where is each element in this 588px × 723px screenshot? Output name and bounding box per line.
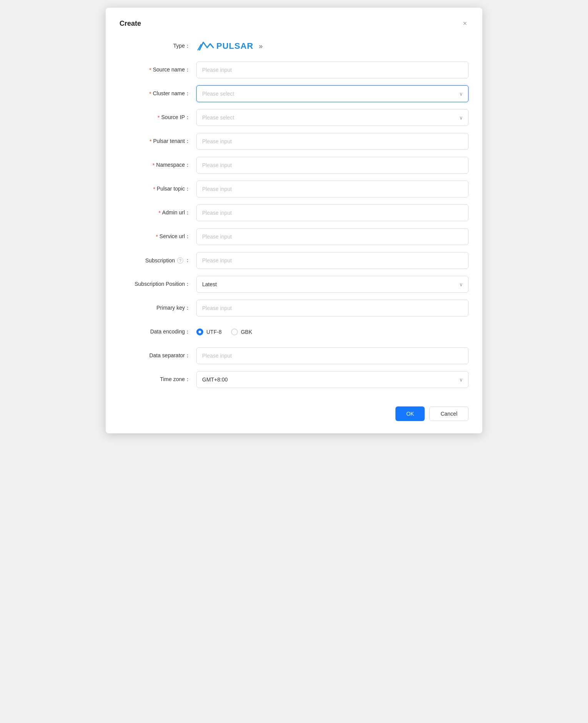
- subscription-label: Subscription ? ：: [120, 257, 196, 264]
- admin-url-label: * Admin url：: [120, 209, 196, 216]
- type-value: PULSAR »: [196, 39, 468, 53]
- data-encoding-label: Data encoding：: [120, 328, 196, 335]
- utf8-label: UTF-8: [206, 329, 222, 335]
- data-separator-control: [196, 347, 468, 364]
- primary-key-control: [196, 300, 468, 317]
- data-encoding-control: UTF-8 GBK: [196, 328, 468, 335]
- pulsar-brand-text: PULSAR: [216, 41, 253, 51]
- pulsar-topic-row: * Pulsar topic：: [120, 181, 468, 197]
- time-zone-select[interactable]: GMT+8:00 GMT+0:00 GMT-5:00: [196, 371, 468, 388]
- gbk-radio-label[interactable]: GBK: [231, 328, 252, 335]
- pulsar-tenant-label: * Pulsar tenant：: [120, 138, 196, 145]
- admin-url-input[interactable]: [196, 204, 468, 221]
- cluster-name-row: * Cluster name： Please select ∨: [120, 85, 468, 102]
- pulsar-tenant-row: * Pulsar tenant：: [120, 133, 468, 150]
- subscription-position-label: Subscription Position：: [120, 281, 196, 288]
- dialog-header: Create ×: [120, 18, 468, 28]
- primary-key-row: Primary key：: [120, 300, 468, 317]
- utf8-radio-label[interactable]: UTF-8: [196, 328, 222, 335]
- pulsar-tenant-control: [196, 133, 468, 150]
- gbk-label: GBK: [241, 329, 252, 335]
- pulsar-topic-input[interactable]: [196, 181, 468, 197]
- source-name-label: * Source name：: [120, 66, 196, 73]
- pulsar-topic-label: * Pulsar topic：: [120, 186, 196, 192]
- type-row: Type： PULSAR »: [120, 38, 468, 55]
- required-star: *: [149, 67, 151, 73]
- type-label: Type：: [120, 43, 196, 50]
- required-star-tenant: *: [149, 138, 151, 144]
- service-url-label: * Service url：: [120, 233, 196, 240]
- subscription-position-control: Latest Earliest ∨: [196, 276, 468, 293]
- admin-url-row: * Admin url：: [120, 204, 468, 221]
- pulsar-logo: PULSAR: [196, 39, 253, 53]
- time-zone-select-wrapper: GMT+8:00 GMT+0:00 GMT-5:00 ∨: [196, 371, 468, 388]
- cluster-name-select[interactable]: Please select: [196, 85, 468, 102]
- pulsar-topic-control: [196, 181, 468, 197]
- subscription-input[interactable]: [196, 252, 468, 269]
- required-star-ip: *: [158, 114, 159, 121]
- chevron-right-icon: »: [259, 42, 262, 50]
- required-star-admin: *: [158, 210, 160, 216]
- utf8-radio[interactable]: [196, 328, 203, 335]
- gbk-radio[interactable]: [231, 328, 238, 335]
- dialog-title: Create: [120, 20, 141, 28]
- required-star-service: *: [156, 234, 158, 240]
- ok-button[interactable]: OK: [395, 406, 425, 421]
- subscription-control: [196, 252, 468, 269]
- namespace-input[interactable]: [196, 157, 468, 174]
- namespace-label: * Namespace：: [120, 162, 196, 169]
- data-separator-label: Data separator：: [120, 352, 196, 359]
- subscription-position-row: Subscription Position： Latest Earliest ∨: [120, 276, 468, 293]
- cluster-name-select-wrapper: Please select ∨: [196, 85, 468, 102]
- data-separator-row: Data separator：: [120, 347, 468, 364]
- pulsar-logo-icon: [196, 39, 215, 53]
- data-encoding-radio-group: UTF-8 GBK: [196, 328, 468, 335]
- required-star-topic: *: [153, 186, 155, 192]
- primary-key-input[interactable]: [196, 300, 468, 317]
- service-url-input[interactable]: [196, 228, 468, 245]
- time-zone-control: GMT+8:00 GMT+0:00 GMT-5:00 ∨: [196, 371, 468, 388]
- cluster-name-control: Please select ∨: [196, 85, 468, 102]
- cluster-name-label: * Cluster name：: [120, 90, 196, 97]
- time-zone-row: Time zone： GMT+8:00 GMT+0:00 GMT-5:00 ∨: [120, 371, 468, 388]
- dialog-footer: OK Cancel: [120, 400, 468, 421]
- source-name-control: [196, 61, 468, 78]
- time-zone-label: Time zone：: [120, 376, 196, 383]
- service-url-control: [196, 228, 468, 245]
- namespace-control: [196, 157, 468, 174]
- type-content: PULSAR »: [196, 39, 468, 53]
- source-name-row: * Source name：: [120, 61, 468, 78]
- subscription-help-icon[interactable]: ?: [177, 257, 183, 264]
- subscription-position-select[interactable]: Latest Earliest: [196, 276, 468, 293]
- source-ip-control: Please select ∨: [196, 109, 468, 126]
- source-ip-label: * Source IP：: [120, 114, 196, 121]
- data-separator-input[interactable]: [196, 347, 468, 364]
- namespace-row: * Namespace：: [120, 157, 468, 174]
- primary-key-label: Primary key：: [120, 305, 196, 312]
- source-ip-select[interactable]: Please select: [196, 109, 468, 126]
- data-encoding-row: Data encoding： UTF-8 GBK: [120, 323, 468, 340]
- service-url-row: * Service url：: [120, 228, 468, 245]
- required-star-cluster: *: [149, 91, 151, 97]
- source-ip-select-wrapper: Please select ∨: [196, 109, 468, 126]
- required-star-namespace: *: [153, 162, 154, 168]
- source-ip-row: * Source IP： Please select ∨: [120, 109, 468, 126]
- admin-url-control: [196, 204, 468, 221]
- pulsar-tenant-input[interactable]: [196, 133, 468, 150]
- close-button[interactable]: ×: [461, 18, 468, 28]
- subscription-position-select-wrapper: Latest Earliest ∨: [196, 276, 468, 293]
- source-name-input[interactable]: [196, 61, 468, 78]
- create-dialog: Create × Type： PULSAR » * Source na: [106, 8, 482, 433]
- subscription-row: Subscription ? ：: [120, 252, 468, 269]
- cancel-button[interactable]: Cancel: [429, 406, 468, 421]
